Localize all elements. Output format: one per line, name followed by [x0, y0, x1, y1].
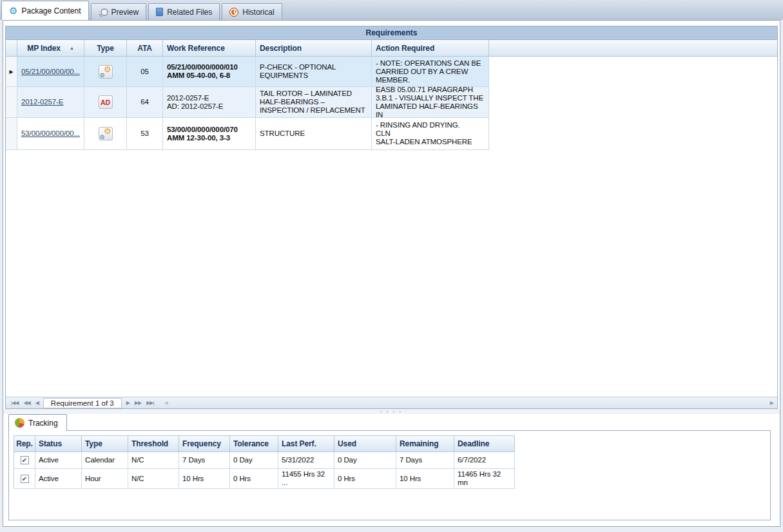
nav-next-page-button[interactable]: ▶▶ [132, 400, 144, 406]
frequency-cell: 7 Days [179, 452, 230, 469]
column-header-status[interactable]: Status [35, 436, 82, 452]
nav-last-button[interactable]: ▶▶| [144, 400, 156, 406]
column-header-filler [489, 40, 777, 57]
tracking-row[interactable]: ✔ Active Hour N/C 10 Hrs 0 Hrs 11455 Hrs… [14, 469, 515, 489]
scroll-left-icon[interactable]: ◀ [162, 400, 170, 406]
column-header-threshold[interactable]: Threshold [128, 436, 179, 452]
mp-index-link[interactable]: 05/21/00/000/00... [21, 68, 80, 76]
nav-next-button[interactable]: ▶ [124, 400, 132, 406]
ata-cell: 64 [127, 87, 163, 118]
work-reference-cell: 2012-0257-E AD: 2012-0257-E [163, 87, 256, 118]
last-perf-cell: 5/31/2022 [278, 452, 334, 469]
table-row[interactable]: 53/00/00/000/00... ⚙ ⚙ 53 53/00/00/000/0… [6, 118, 777, 150]
type-cell: Calendar [82, 452, 128, 469]
tab-label: Package Content [21, 6, 81, 15]
sort-ascending-icon: ▲ [70, 46, 74, 50]
rep-checkbox[interactable]: ✔ [21, 456, 29, 464]
tab-label: Historical [242, 8, 274, 17]
deadline-cell: 11465 Hrs 32 mn [454, 469, 515, 489]
frequency-cell: 10 Hrs [179, 469, 230, 489]
record-position-label: Requirement 1 of 3 [43, 398, 122, 408]
nav-prev-button[interactable]: ◀ [33, 400, 41, 406]
threshold-cell: N/C [128, 452, 179, 469]
column-header-frequency[interactable]: Frequency [179, 436, 230, 452]
gear-icon: ⚙ [9, 6, 17, 15]
last-perf-cell: 11455 Hrs 32 ... [278, 469, 334, 489]
requirements-grid: Requirements MP Index ▲ Type ATA Work Re… [5, 26, 778, 409]
horizontal-splitter[interactable]: ▪ ▪ ▪ ▪ [3, 409, 780, 414]
remaining-cell: 7 Days [396, 452, 454, 469]
column-header-type[interactable]: Type [82, 436, 128, 452]
tab-historical[interactable]: Historical [222, 3, 282, 20]
tab-label: Tracking [28, 419, 58, 428]
ata-cell: 53 [127, 118, 163, 150]
column-header-type[interactable]: Type [84, 40, 127, 57]
threshold-cell: N/C [128, 469, 179, 489]
column-header-deadline[interactable]: Deadline [454, 436, 515, 452]
row-indicator [6, 87, 17, 118]
column-header-ata[interactable]: ATA [127, 40, 163, 57]
app-window: ⚙ Package Content Preview Related Files … [0, 0, 783, 532]
magnifier-icon [99, 8, 108, 17]
column-header-remaining[interactable]: Remaining [396, 436, 454, 452]
tolerance-cell: 0 Hrs [230, 469, 278, 489]
scroll-right-icon[interactable]: ▶ [770, 400, 774, 406]
grid-empty-area [6, 150, 777, 397]
grid-title: Requirements [6, 26, 777, 40]
row-current-icon: ▶ [9, 68, 13, 76]
record-navigator: |◀◀ ◀◀ ◀ Requirement 1 of 3 ▶ ▶▶ ▶▶| ◀ ▶ [6, 397, 777, 408]
column-header-used[interactable]: Used [334, 436, 396, 452]
tab-preview[interactable]: Preview [91, 3, 147, 20]
tab-label: Preview [111, 8, 139, 17]
deadline-cell: 6/7/2022 [454, 452, 515, 469]
description-cell: TAIL ROTOR – LAMINATED HALF-BEARINGS – I… [256, 87, 372, 118]
used-cell: 0 Day [334, 452, 396, 469]
remaining-cell: 10 Hrs [396, 469, 454, 489]
tracking-row[interactable]: ✔ Active Calendar N/C 7 Days 0 Day 5/31/… [14, 452, 515, 469]
tab-label: Related Files [167, 8, 212, 17]
table-row[interactable]: ▶ 05/21/00/000/00... ⚙ ⚙ 05 05/21/00/000… [6, 57, 777, 87]
ata-cell: 05 [127, 57, 163, 87]
column-header-rep[interactable]: Rep. [14, 436, 35, 452]
used-cell: 0 Hrs [334, 469, 396, 489]
row-indicator-header [6, 40, 17, 57]
rep-checkbox[interactable]: ✔ [21, 475, 29, 483]
column-header-description[interactable]: Description [256, 40, 372, 57]
gears-icon[interactable]: ⚙ ⚙ [99, 127, 113, 140]
file-icon [156, 8, 163, 16]
mp-index-link[interactable]: 2012-0257-E [21, 98, 80, 106]
tracking-panel: Rep. Status Type Threshold Frequency Tol… [8, 430, 771, 520]
action-required-cell: EASB 05.00.71 PARAGRAPH 3.B.1 - VISUALLY… [372, 87, 489, 118]
column-header-action-required[interactable]: Action Required [372, 40, 489, 57]
description-cell: STRUCTURE [256, 118, 372, 150]
gears-icon[interactable]: ⚙ ⚙ [99, 65, 113, 79]
document-tabstrip: ⚙ Package Content Preview Related Files … [0, 0, 783, 20]
row-indicator [6, 118, 17, 150]
type-cell: Hour [82, 469, 128, 489]
pie-chart-icon [15, 418, 24, 428]
tab-related-files[interactable]: Related Files [148, 3, 220, 20]
content-frame: Requirements MP Index ▲ Type ATA Work Re… [3, 20, 780, 527]
grid-column-headers: MP Index ▲ Type ATA Work Reference Descr… [6, 40, 777, 57]
status-cell: Active [35, 469, 82, 489]
nav-prev-page-button[interactable]: ◀◀ [21, 400, 32, 406]
tracking-table: Rep. Status Type Threshold Frequency Tol… [14, 435, 515, 489]
nav-first-button[interactable]: |◀◀ [8, 400, 21, 406]
status-cell: Active [35, 452, 82, 469]
mp-index-link[interactable]: 53/00/00/000/00... [21, 129, 80, 138]
ad-badge-icon[interactable]: AD [99, 95, 113, 109]
action-required-cell: - NOTE: OPERATIONS CAN BE CARRIED OUT BY… [372, 57, 489, 87]
work-reference-cell: 53/00/00/000/000/070 AMM 12-30-00, 3-3 [163, 118, 256, 150]
column-header-mp-index[interactable]: MP Index ▲ [17, 40, 84, 57]
column-header-work-reference[interactable]: Work Reference [163, 40, 256, 57]
tolerance-cell: 0 Day [230, 452, 278, 469]
current-row-indicator: ▶ [6, 57, 17, 87]
tab-package-content[interactable]: ⚙ Package Content [1, 1, 89, 20]
action-required-cell: - RINSING AND DRYING. CLN SALT-LADEN ATM… [372, 118, 489, 150]
column-header-last-perf[interactable]: Last Perf. [278, 436, 334, 452]
table-row[interactable]: 2012-0257-E AD 64 2012-0257-E AD: 2012-0… [6, 87, 777, 118]
tab-tracking[interactable]: Tracking [8, 414, 67, 431]
column-header-tolerance[interactable]: Tolerance [230, 436, 278, 452]
tracking-header-row: Rep. Status Type Threshold Frequency Tol… [14, 436, 515, 452]
work-reference-cell: 05/21/00/000/000/010 AMM 05-40-00, 6-8 [163, 57, 256, 87]
